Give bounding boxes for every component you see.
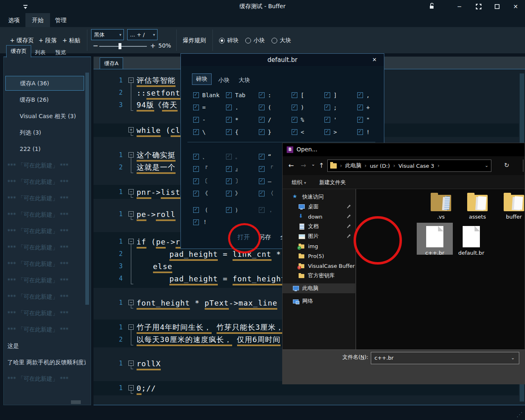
- list-item[interactable]: *** 「可在此新建」 ***: [4, 206, 86, 223]
- checkbox-checked[interactable]: [226, 105, 232, 110]
- zoom-slider-thumb[interactable]: [119, 43, 121, 49]
- checkbox-checked[interactable]: [193, 191, 199, 196]
- radio-3[interactable]: 大块: [272, 37, 291, 44]
- checkbox-checked[interactable]: [357, 92, 363, 98]
- checkbox-checked[interactable]: [259, 166, 265, 172]
- nav-item-11[interactable]: 网络: [283, 296, 355, 306]
- list-item[interactable]: 了哈里 两款手机的反馈顺利度过: [4, 354, 86, 370]
- nav-item-10[interactable]: 此电脑: [283, 283, 355, 293]
- checkbox-checked[interactable]: [193, 207, 199, 213]
- sidebar-tab-3[interactable]: 预览: [51, 47, 70, 59]
- list-item[interactable]: 这是: [4, 338, 86, 354]
- list-item[interactable]: *** 「可在此新建」 ***: [4, 305, 86, 321]
- checkbox-checked[interactable]: [259, 117, 265, 123]
- checkbox-checked[interactable]: [226, 178, 232, 184]
- checkbox-checked[interactable]: [193, 219, 199, 225]
- address-dropdown-icon[interactable]: ⌄: [485, 163, 488, 168]
- checkbox-checked[interactable]: [193, 92, 199, 98]
- breadcrumb-field[interactable]: ›此电脑›usr (D:)›Visual Case 3› ⌄: [327, 160, 491, 172]
- zoom-minus[interactable]: −: [93, 42, 98, 50]
- organize-menu[interactable]: 组织 ▾: [292, 179, 306, 186]
- nav-item-7[interactable]: Pro(5): [283, 251, 355, 261]
- up-button[interactable]: ↑: [319, 162, 324, 169]
- folder-tile[interactable]: buffer: [496, 193, 525, 220]
- nav-item-3[interactable]: down: [283, 212, 355, 221]
- fold-toggle-icon[interactable]: −: [128, 385, 134, 390]
- list-item[interactable]: *** 「可在此新建」 ***: [4, 157, 86, 173]
- expand-icon[interactable]: [470, 0, 487, 13]
- fold-toggle-icon[interactable]: −: [128, 189, 134, 194]
- unlock-icon[interactable]: [429, 2, 435, 10]
- radio-1[interactable]: 碎块: [219, 37, 239, 44]
- checkbox-checked[interactable]: [292, 92, 297, 98]
- forward-button[interactable]: →: [301, 162, 306, 169]
- list-item[interactable]: 222 (1): [4, 141, 86, 157]
- fold-toggle-icon[interactable]: −: [128, 300, 134, 305]
- list-item[interactable]: *** 「可在此新建」 ***: [4, 288, 86, 305]
- editor-tab-cache-a[interactable]: 缓存A: [100, 57, 123, 69]
- fold-toggle-icon[interactable]: −: [128, 152, 134, 158]
- checkbox-checked[interactable]: [259, 178, 265, 184]
- checkbox-checked[interactable]: [357, 117, 363, 123]
- sidebar-tab-1[interactable]: 缓存页: [6, 45, 31, 57]
- checkbox-checked[interactable]: [193, 166, 199, 172]
- file-tile[interactable]: c++.br: [417, 225, 453, 256]
- back-button[interactable]: ←: [288, 162, 294, 169]
- checkbox-checked[interactable]: [357, 105, 363, 110]
- breadcrumb-segment[interactable]: usr (D:): [370, 163, 390, 169]
- list-item[interactable]: Visual Case 相关 (3): [4, 108, 86, 124]
- checkbox-checked[interactable]: [259, 191, 265, 196]
- checkbox-checked[interactable]: [324, 92, 330, 98]
- checkbox-checked[interactable]: [292, 117, 297, 123]
- history-dropdown-icon[interactable]: ⌄: [311, 162, 315, 167]
- list-item[interactable]: *** 「可在此新建」 ***: [4, 239, 86, 256]
- menu-item-3[interactable]: 管理: [48, 13, 73, 27]
- break-tab-1[interactable]: 碎块: [192, 73, 212, 85]
- list-item[interactable]: *** 「可在此新建」 ***: [4, 272, 86, 288]
- nav-item-9[interactable]: 官方密钥库: [283, 271, 355, 281]
- nav-item-1[interactable]: 快速访问: [283, 192, 355, 202]
- checkbox-checked[interactable]: [193, 117, 199, 123]
- new-folder-button[interactable]: 新建文件夹: [319, 179, 346, 186]
- checkbox-checked[interactable]: [226, 191, 232, 196]
- nav-item-8[interactable]: !VisualCase Buffer: [283, 261, 355, 271]
- close-button[interactable]: ✕: [507, 0, 524, 13]
- checkbox-checked[interactable]: [259, 92, 265, 98]
- checkbox-checked[interactable]: [193, 154, 199, 160]
- fold-toggle-icon[interactable]: +: [128, 127, 134, 132]
- checkbox-checked[interactable]: [324, 105, 330, 110]
- checkbox-checked[interactable]: [259, 154, 265, 160]
- checkbox-checked[interactable]: [259, 129, 265, 135]
- nav-item-5[interactable]: 图片: [283, 231, 355, 241]
- list-item[interactable]: 列选 (3): [4, 124, 86, 141]
- checkbox-checked[interactable]: [226, 154, 232, 160]
- list-item[interactable]: 缓存B (26): [4, 91, 86, 108]
- checkbox-checked[interactable]: [259, 207, 265, 213]
- breadcrumb-segment[interactable]: 此电脑: [345, 162, 361, 169]
- add-paste-button[interactable]: + 粘贴: [62, 37, 80, 44]
- resize-grip[interactable]: ⋰: [516, 411, 523, 418]
- list-item[interactable]: *** 「可在此新建」 ***: [4, 256, 86, 272]
- list-item[interactable]: *** 「可在此新建」 ***: [4, 321, 86, 338]
- nav-item-4[interactable]: 文档: [283, 221, 355, 231]
- checkbox-checked[interactable]: [324, 129, 330, 135]
- file-tile[interactable]: default.br: [453, 225, 489, 256]
- checkbox-checked[interactable]: [324, 117, 330, 123]
- add-cache-page-button[interactable]: + 缓存页: [10, 37, 34, 44]
- dialog-close-icon[interactable]: ✕: [370, 54, 379, 66]
- sidebar-vertical-scrollbar[interactable]: [85, 73, 89, 305]
- nav-item-6[interactable]: ✓img: [283, 241, 355, 251]
- refresh-icon[interactable]: ↻: [504, 162, 509, 169]
- checkbox-checked[interactable]: [292, 129, 297, 135]
- font-select[interactable]: 黑体 ▾: [91, 29, 124, 40]
- checkbox-checked[interactable]: [357, 129, 363, 135]
- radio-2[interactable]: 小块: [245, 37, 265, 44]
- checkbox-checked[interactable]: [226, 129, 232, 135]
- list-item[interactable]: 缓存A (36): [5, 76, 84, 91]
- break-tab-3[interactable]: 大块: [235, 75, 254, 86]
- list-item[interactable]: *** 「可在此新建」 ***: [4, 190, 86, 206]
- checkbox-checked[interactable]: [193, 105, 199, 110]
- breadcrumb-segment[interactable]: Visual Case 3: [398, 163, 434, 169]
- filename-input[interactable]: c++.br ⌄: [371, 352, 519, 364]
- maximize-button[interactable]: [489, 0, 505, 13]
